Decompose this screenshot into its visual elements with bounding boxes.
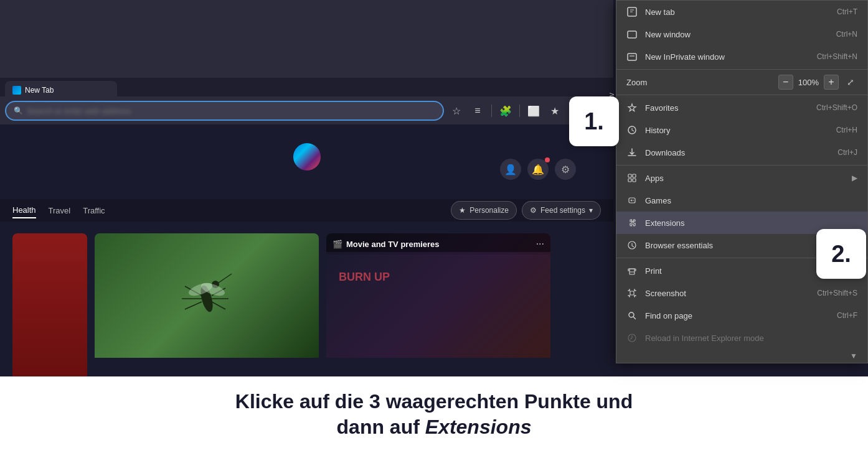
menu-item-apps[interactable]: Apps ▶	[616, 167, 867, 189]
cat-tab-health[interactable]: Health	[12, 203, 36, 218]
collections-icon: ≡	[474, 105, 480, 116]
page-icons-row: 👤 🔔 ⚙	[500, 159, 576, 180]
menu-item-games[interactable]: Games	[616, 189, 867, 212]
games-icon	[626, 195, 638, 206]
new-window-icon	[626, 29, 638, 40]
menu-item-favorites-left: Favorites	[626, 102, 678, 113]
collections-toolbar-icon[interactable]: ≡	[469, 102, 486, 119]
menu-item-reload-ie-left: Reload in Internet Explorer mode	[626, 332, 764, 343]
mosquito-svg	[169, 258, 244, 333]
menu-item-downloads[interactable]: Downloads Ctrl+J	[616, 141, 867, 164]
menu-item-history[interactable]: History Ctrl+H	[616, 119, 867, 141]
find-label: Find on page	[645, 311, 692, 320]
zoom-decrease-button[interactable]: −	[778, 75, 793, 90]
personalize-icon: ★	[459, 206, 466, 215]
print-label: Print	[645, 266, 662, 276]
context-menu: New tab Ctrl+T New window Ctrl+N New InP…	[616, 0, 868, 363]
favorites-icon	[626, 102, 638, 113]
menu-item-favorites[interactable]: Favorites Ctrl+Shift+O	[616, 96, 867, 119]
inprivate-icon	[626, 51, 638, 62]
movie-burn-text: BURN UP	[339, 271, 390, 284]
svg-point-22	[629, 312, 634, 317]
feed-settings-button[interactable]: ⚙ Feed settings ▾	[522, 201, 601, 220]
menu-item-games-left: Games	[626, 195, 671, 206]
url-input[interactable]	[27, 106, 435, 116]
inprivate-shortcut: Ctrl+Shift+N	[817, 52, 857, 61]
star-icon: ☆	[452, 105, 461, 117]
menu-item-new-tab-left: New tab	[626, 6, 675, 17]
cat-tab-travel[interactable]: Travel	[49, 203, 71, 218]
menu-item-inprivate[interactable]: New InPrivate window Ctrl+Shift+N	[616, 45, 867, 68]
favorites-toolbar-icon[interactable]: ☆	[448, 102, 465, 119]
history-icon	[626, 124, 638, 136]
menu-item-reload-ie[interactable]: Reload in Internet Explorer mode	[616, 327, 867, 349]
zoom-row: Zoom − 100% + ⤢	[616, 71, 867, 93]
screenshot-icon	[626, 287, 638, 299]
address-bar[interactable]: 🔍	[5, 101, 444, 121]
tab-favicon	[12, 86, 21, 95]
menu-item-print-left: Print	[626, 265, 662, 276]
svg-rect-18	[633, 179, 636, 182]
notification-icon[interactable]: 🔔	[527, 159, 549, 180]
menu-item-extensions-left: Extensions	[626, 217, 685, 228]
screenshot-shortcut: Ctrl+Shift+S	[817, 289, 857, 297]
browser-essentials-label: Browser essentials	[645, 241, 713, 250]
zoom-controls: − 100% + ⤢	[778, 75, 857, 90]
step-2-bubble: 2.	[816, 229, 866, 279]
screenshot-label: Screenshot	[645, 289, 686, 298]
menu-divider-3	[616, 165, 867, 166]
svg-line-4	[185, 302, 202, 309]
svg-rect-20	[630, 272, 634, 274]
find-icon	[626, 310, 638, 321]
new-tab-label: New tab	[645, 7, 675, 17]
extensions-toolbar-icon[interactable]: 🧩	[497, 102, 514, 119]
menu-item-apps-left: Apps	[626, 172, 664, 184]
print-icon	[626, 265, 638, 276]
apps-label: Apps	[645, 174, 664, 183]
movie-card-title: 🎬 Movie and TV premieres	[333, 240, 440, 249]
menu-item-history-left: History	[626, 124, 670, 136]
feed-settings-icon: ⚙	[530, 206, 537, 215]
svg-rect-21	[630, 291, 634, 295]
menu-more-chevron: ▼	[850, 352, 857, 360]
svg-point-19	[633, 200, 634, 201]
favorites-label: Favorites	[645, 103, 678, 113]
inprivate-label: New InPrivate window	[645, 52, 725, 62]
downloads-label: Downloads	[645, 148, 685, 157]
favorites-bar-icon[interactable]: ★	[546, 102, 564, 119]
personalize-button[interactable]: ★ Personalize	[451, 201, 517, 220]
search-icon: 🔍	[14, 106, 23, 115]
menu-item-browser-essentials-left: Browser essentials	[626, 240, 713, 251]
new-tab-shortcut: Ctrl+T	[837, 7, 857, 16]
extensions-menu-icon	[626, 217, 638, 228]
zoom-expand-button[interactable]: ⤢	[844, 75, 857, 89]
mosquito-image	[95, 233, 319, 358]
menu-item-new-window-left: New window	[626, 29, 691, 40]
zoom-value: 100%	[798, 78, 819, 87]
movie-icon: 🎬	[333, 240, 342, 249]
movie-more-icon[interactable]: ···	[536, 238, 544, 250]
search-area	[293, 143, 321, 170]
menu-item-new-window[interactable]: New window Ctrl+N	[616, 23, 867, 45]
svg-rect-17	[628, 179, 631, 182]
feed-settings-chevron: ▾	[589, 206, 593, 215]
svg-rect-16	[633, 174, 636, 177]
movie-card-header: 🎬 Movie and TV premieres ···	[326, 233, 550, 255]
cat-tab-traffic[interactable]: Traffic	[83, 203, 105, 218]
menu-item-downloads-left: Downloads	[626, 147, 685, 158]
profile-icon[interactable]: 👤	[500, 159, 521, 180]
menu-item-screenshot[interactable]: Screenshot Ctrl+Shift+S	[616, 282, 867, 304]
svg-line-10	[218, 274, 232, 283]
zoom-increase-button[interactable]: +	[824, 75, 839, 90]
split-screen-toolbar-icon[interactable]: ⬜	[525, 102, 542, 119]
reload-ie-label: Reload in Internet Explorer mode	[645, 334, 764, 343]
menu-item-new-tab[interactable]: New tab Ctrl+T	[616, 1, 867, 23]
menu-divider-2	[616, 95, 867, 95]
find-shortcut: Ctrl+F	[837, 311, 857, 320]
settings-icon[interactable]: ⚙	[555, 159, 576, 180]
menu-item-find-on-page[interactable]: Find on page Ctrl+F	[616, 304, 867, 327]
movie-bg-overlay	[326, 252, 550, 358]
instruction-text: Klicke auf die 3 waagerechten Punkte und…	[25, 389, 843, 441]
apps-arrow: ▶	[852, 174, 857, 182]
new-tab-icon	[626, 6, 638, 17]
